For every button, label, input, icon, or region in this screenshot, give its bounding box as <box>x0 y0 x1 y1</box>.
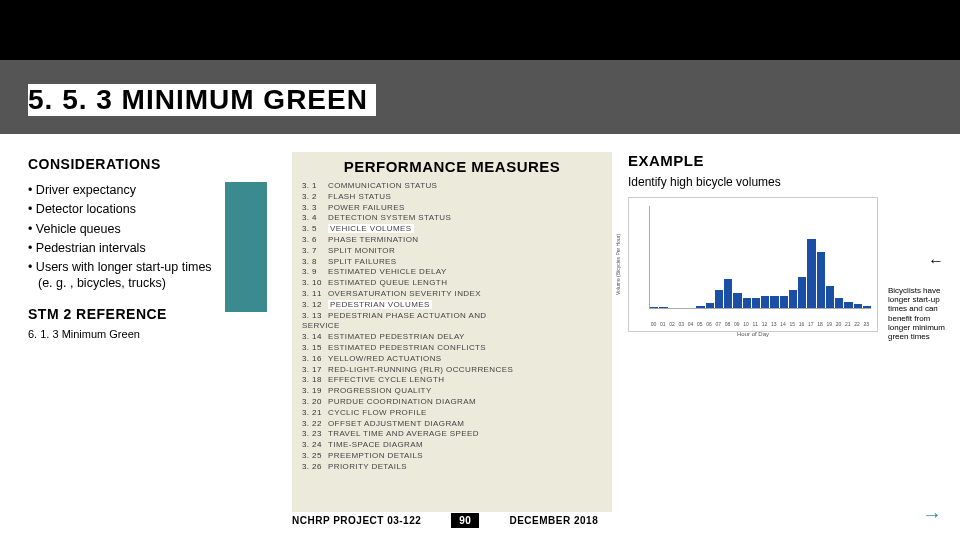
footer-date: DECEMBER 2018 <box>509 515 598 526</box>
chart-x-tick: 04 <box>686 321 695 327</box>
example-subtitle: Identify high bicycle volumes <box>628 175 928 189</box>
performance-item: 3. 16YELLOW/RED ACTUATIONS <box>302 354 602 365</box>
considerations-heading: CONSIDERATIONS <box>28 156 218 172</box>
performance-item: 3. 8SPLIT FAILURES <box>302 257 602 268</box>
consideration-item: Vehicle queues <box>38 221 218 237</box>
performance-item: 3. 5VEHICLE VOLUMES <box>302 224 602 235</box>
performance-item: 3. 15ESTIMATED PEDESTRIAN CONFLICTS <box>302 343 602 354</box>
chart-x-ticks: 0001020304050607080910111213141516171819… <box>649 321 871 327</box>
performance-item: 3. 3POWER FAILURES <box>302 203 602 214</box>
chart-bar <box>835 298 843 308</box>
chart-x-tick: 07 <box>714 321 723 327</box>
performance-heading: PERFORMANCE MEASURES <box>302 158 602 175</box>
chart-bar <box>807 239 815 308</box>
chart-x-tick: 12 <box>760 321 769 327</box>
chart-x-tick: 22 <box>853 321 862 327</box>
example-note: Bicyclists have longer start-up times an… <box>888 286 954 341</box>
performance-item: 3. 7SPLIT MONITOR <box>302 246 602 257</box>
performance-item: 3. 6PHASE TERMINATION <box>302 235 602 246</box>
footer-project: NCHRP PROJECT 03-122 <box>292 515 421 526</box>
chart-x-tick: 15 <box>788 321 797 327</box>
performance-column: PERFORMANCE MEASURES 3. 1COMMUNICATION S… <box>292 152 612 512</box>
performance-item: 3. 10ESTIMATED QUEUE LENGTH <box>302 278 602 289</box>
chart-x-tick: 09 <box>732 321 741 327</box>
chart-bar <box>724 279 732 308</box>
chart-x-tick: 13 <box>769 321 778 327</box>
performance-item: 3. 20PURDUE COORDINATION DIAGRAM <box>302 397 602 408</box>
chart-bar <box>863 306 871 308</box>
arrow-left-icon: ← <box>928 252 944 270</box>
chart-x-tick: 10 <box>742 321 751 327</box>
chart-bar <box>659 307 667 308</box>
header-blackbar <box>0 0 960 60</box>
chart-x-tick: 14 <box>779 321 788 327</box>
stm2-heading: STM 2 REFERENCE <box>28 306 218 322</box>
chart-x-tick: 08 <box>723 321 732 327</box>
chart-bar <box>761 296 769 308</box>
chart-x-tick: 17 <box>806 321 815 327</box>
performance-item: 3. 23TRAVEL TIME AND AVERAGE SPEED <box>302 429 602 440</box>
chart-x-tick: 02 <box>668 321 677 327</box>
chart-y-axis-label: Volume (Bicycles Per Hour) <box>615 198 627 331</box>
chart-bar <box>733 293 741 308</box>
performance-item: 3. 26PRIORITY DETAILS <box>302 462 602 473</box>
chart-bar <box>844 302 852 308</box>
chart-bar <box>798 277 806 308</box>
footer: NCHRP PROJECT 03-122 90 DECEMBER 2018 <box>292 513 932 528</box>
performance-item: 3. 11OVERSATURATION SEVERITY INDEX <box>302 289 602 300</box>
performance-item: 3. 24TIME-SPACE DIAGRAM <box>302 440 602 451</box>
chart-plot-area <box>649 206 871 309</box>
next-page-button[interactable]: → <box>922 503 942 526</box>
considerations-column: CONSIDERATIONS Driver expectancy Detecto… <box>28 156 218 340</box>
chart-x-tick: 01 <box>658 321 667 327</box>
chart-x-tick: 21 <box>843 321 852 327</box>
chart-x-axis-label: Hour of Day <box>629 331 877 337</box>
chart-bar <box>696 306 704 308</box>
chart-bar <box>854 304 862 308</box>
chart-x-tick: 05 <box>695 321 704 327</box>
footer-page-number: 90 <box>451 513 479 528</box>
chart-x-tick: 00 <box>649 321 658 327</box>
chart-x-tick: 19 <box>825 321 834 327</box>
performance-item: 3. 21CYCLIC FLOW PROFILE <box>302 408 602 419</box>
performance-item: 3. 25PREEMPTION DETAILS <box>302 451 602 462</box>
chart-x-tick: 11 <box>751 321 760 327</box>
chart-x-tick: 03 <box>677 321 686 327</box>
considerations-list: Driver expectancy Detector locations Veh… <box>28 182 218 292</box>
chart-bar <box>826 286 834 308</box>
consideration-item: Detector locations <box>38 201 218 217</box>
chart-bar <box>780 296 788 308</box>
performance-item: 3. 22OFFSET ADJUSTMENT DIAGRAM <box>302 419 602 430</box>
chart-x-tick: 18 <box>816 321 825 327</box>
consideration-item: Users with longer start-up times (e. g. … <box>38 259 218 292</box>
example-chart: Volume (Bicycles Per Hour) 0001020304050… <box>628 197 878 332</box>
chart-x-tick: 23 <box>862 321 871 327</box>
chart-bar <box>650 307 658 308</box>
performance-item: 3. 2FLASH STATUS <box>302 192 602 203</box>
chart-x-tick: 16 <box>797 321 806 327</box>
stm2-reference: 6. 1. 3 Minimum Green <box>28 328 218 340</box>
chart-bars <box>650 206 871 308</box>
chart-bar <box>752 298 760 308</box>
performance-item: 3. 13PEDESTRIAN PHASE ACTUATION AND <box>302 311 602 322</box>
performance-item: 3. 19PROGRESSION QUALITY <box>302 386 602 397</box>
chart-bar <box>789 290 797 308</box>
performance-item: 3. 4DETECTION SYSTEM STATUS <box>302 213 602 224</box>
chart-x-tick: 20 <box>834 321 843 327</box>
performance-item: 3. 18EFFECTIVE CYCLE LENGTH <box>302 375 602 386</box>
performance-item: 3. 12PEDESTRIAN VOLUMES <box>302 300 602 311</box>
chart-bar <box>715 290 723 308</box>
performance-item: 3. 14ESTIMATED PEDESTRIAN DELAY <box>302 332 602 343</box>
page-title: 5. 5. 3 MINIMUM GREEN <box>28 84 376 116</box>
chart-bar <box>706 303 714 308</box>
chart-x-tick: 06 <box>705 321 714 327</box>
chart-bar <box>817 252 825 308</box>
performance-item: 3. 1COMMUNICATION STATUS <box>302 181 602 192</box>
chart-bar <box>770 296 778 308</box>
performance-list: 3. 1COMMUNICATION STATUS3. 2FLASH STATUS… <box>302 181 602 473</box>
example-heading: EXAMPLE <box>628 152 928 169</box>
performance-item: 3. 17RED-LIGHT-RUNNING (RLR) OCCURRENCES <box>302 365 602 376</box>
performance-service-label: SERVICE <box>302 321 602 332</box>
consideration-item: Driver expectancy <box>38 182 218 198</box>
chart-bar <box>743 298 751 308</box>
